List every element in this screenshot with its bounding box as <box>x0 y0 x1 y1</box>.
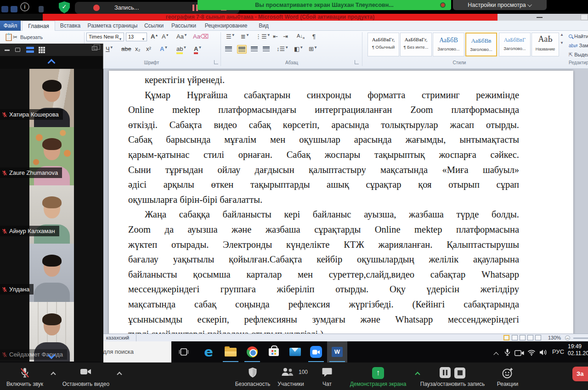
file-explorer-taskbar-button[interactable] <box>220 341 241 362</box>
text-effects-button[interactable]: А▼ <box>160 45 164 52</box>
shrink-font-button[interactable]: А▼ <box>162 33 169 40</box>
end-meeting-button[interactable]: За <box>572 367 588 381</box>
mute-options-chevron[interactable] <box>51 372 56 377</box>
stop-video-button[interactable]: Остановить видео <box>59 365 113 388</box>
strip-view-icon[interactable] <box>26 47 34 53</box>
bullets-button[interactable]: ☰▼ <box>226 33 232 40</box>
participant-tile[interactable]: Улдана <box>0 244 103 302</box>
mail-taskbar-button[interactable] <box>285 341 305 362</box>
style-no-spacing[interactable]: АаБбВвГг,¶ Без инте... <box>400 33 432 56</box>
tray-clock[interactable]: 19:49 02.11.20 <box>568 343 588 357</box>
web-layout-view-button[interactable] <box>520 335 526 340</box>
encryption-shield-icon[interactable]: ✓ <box>59 1 70 13</box>
tab-view[interactable]: Вид <box>253 21 275 31</box>
pause-stop-recording-button[interactable]: Пауза/остановить запись <box>416 365 489 388</box>
change-case-button[interactable]: Аа▼ <box>176 33 184 40</box>
stop-recording-icon[interactable] <box>454 368 465 379</box>
zoom-taskbar-button[interactable] <box>306 341 326 362</box>
find-button[interactable]: Найти ▼ <box>569 33 588 39</box>
tab-home[interactable]: Главная <box>22 21 55 31</box>
participants-button[interactable]: 100 Участники <box>270 365 311 388</box>
share-screen-button[interactable]: ↑ Демонстрация экрана <box>344 365 413 388</box>
task-view-button[interactable] <box>174 341 194 362</box>
pause-recording-icon[interactable] <box>440 367 451 378</box>
style-heading1[interactable]: АаБбВЗаголово... <box>433 33 464 56</box>
tab-references[interactable]: Ссылки <box>141 21 167 31</box>
paste-button[interactable]: 📋 <box>4 33 14 41</box>
numbering-button[interactable]: ≣▼ <box>241 33 246 40</box>
subscript-button[interactable]: x₂ <box>135 45 141 52</box>
exit-minimized-view-icon[interactable] <box>92 46 97 50</box>
participant-tile[interactable]: Хатира Кошерова <box>0 69 103 127</box>
minimize-strip-icon[interactable] <box>5 50 10 51</box>
meeting-info-icon[interactable]: i <box>20 2 29 11</box>
cut-button[interactable]: Вырезать <box>20 34 43 40</box>
video-options-chevron[interactable] <box>117 372 122 377</box>
window-button-fragment[interactable] <box>581 14 588 20</box>
unmute-button[interactable]: Включить звук <box>2 365 48 388</box>
align-right-button[interactable] <box>251 46 258 53</box>
styles-scroll-more[interactable]: ▼ <box>560 41 564 45</box>
tab-insert[interactable]: Вставка <box>56 21 85 31</box>
zoom-slider[interactable] <box>573 338 588 339</box>
tab-file[interactable]: Файл <box>0 21 21 31</box>
paragraph-dialog-launcher[interactable] <box>355 60 359 64</box>
align-center-button[interactable] <box>237 45 247 54</box>
zoom-out-button[interactable]: – <box>565 335 570 340</box>
chrome-taskbar-button[interactable] <box>242 341 262 362</box>
language-indicator[interactable]: казахский <box>106 335 129 340</box>
participant-tile[interactable]: Zaure Zhumanova <box>0 127 103 185</box>
styles-scroll-up[interactable]: ▲ <box>560 33 564 37</box>
select-button[interactable]: ⇱ Выделить ▼ <box>569 52 588 58</box>
speaker-view-icon[interactable] <box>15 48 20 52</box>
increase-indent-button[interactable]: ⇥ <box>283 33 288 40</box>
borders-button[interactable]: ⊞▼ <box>309 45 314 52</box>
decrease-indent-button[interactable]: ⇤ <box>273 33 278 40</box>
style-heading3[interactable]: АаБбВвГЗаголово... <box>499 33 531 56</box>
clear-formatting-button[interactable]: Аа⌫ <box>193 33 209 40</box>
taskbar-search-input[interactable]: для поиска <box>103 341 171 362</box>
align-left-button[interactable] <box>225 46 232 53</box>
style-normal[interactable]: АаБбВвГг,¶ Обычный <box>368 33 399 56</box>
strikethrough-button[interactable]: abe <box>121 45 131 52</box>
fullscreen-reading-view-button[interactable] <box>512 335 518 340</box>
grow-font-button[interactable]: А▲ <box>151 33 158 40</box>
justify-button[interactable] <box>263 46 270 53</box>
zoom-level[interactable]: 130% <box>548 335 561 340</box>
draft-view-button[interactable] <box>535 335 541 340</box>
replace-button[interactable]: ab⇄ Заменить <box>569 43 588 48</box>
gallery-view-icon[interactable] <box>39 47 40 49</box>
font-dialog-launcher[interactable] <box>214 60 218 64</box>
shading-button[interactable]: ◧▼ <box>294 45 300 52</box>
scroll-up-chevron[interactable] <box>48 59 56 67</box>
minimize-icon[interactable] <box>537 17 543 18</box>
show-marks-button[interactable]: ¶ <box>312 33 316 40</box>
font-color-button[interactable]: А▼ <box>194 45 198 54</box>
line-spacing-button[interactable]: ↕☰▼ <box>277 45 285 52</box>
multilevel-list-button[interactable]: ⋮☰▼ <box>255 33 267 40</box>
font-name-select[interactable]: Times New R▼ <box>86 33 124 41</box>
participant-tile[interactable]: Айнур Калхаман <box>0 185 103 244</box>
mic-muted-icon <box>2 111 7 118</box>
document-page[interactable]: керектігін үйренеді. Құмар Нұрғайша саба… <box>109 71 573 334</box>
print-layout-view-button[interactable] <box>503 335 509 340</box>
reactions-button[interactable]: Реакции <box>492 365 524 388</box>
edge-taskbar-button[interactable]: e <box>198 341 219 362</box>
style-heading2-selected[interactable]: АаБбВвЗаголово... <box>465 33 497 56</box>
view-options-dropdown[interactable]: Настройки просмотра <box>453 0 547 10</box>
tab-mailings[interactable]: Рассылки <box>168 21 199 31</box>
store-taskbar-button[interactable] <box>264 341 284 362</box>
highlight-button[interactable]: ab▼ <box>176 45 183 54</box>
outline-view-button[interactable] <box>527 335 533 340</box>
underline-button[interactable]: Ч▼ <box>106 45 110 52</box>
superscript-button[interactable]: x² <box>146 45 151 52</box>
tab-review[interactable]: Рецензирование <box>200 21 252 31</box>
style-title[interactable]: АаЬНазвание <box>531 33 559 56</box>
security-button[interactable]: Безопасность <box>230 365 276 388</box>
tab-page-layout[interactable]: Разметка страницы <box>85 21 140 31</box>
sort-button[interactable]: А↓я <box>297 33 305 40</box>
video-camera-icon <box>80 367 92 378</box>
font-size-select[interactable]: 13▼ <box>126 33 147 41</box>
chat-button[interactable]: Чат <box>313 365 341 388</box>
word-taskbar-button[interactable]: W <box>327 341 347 362</box>
